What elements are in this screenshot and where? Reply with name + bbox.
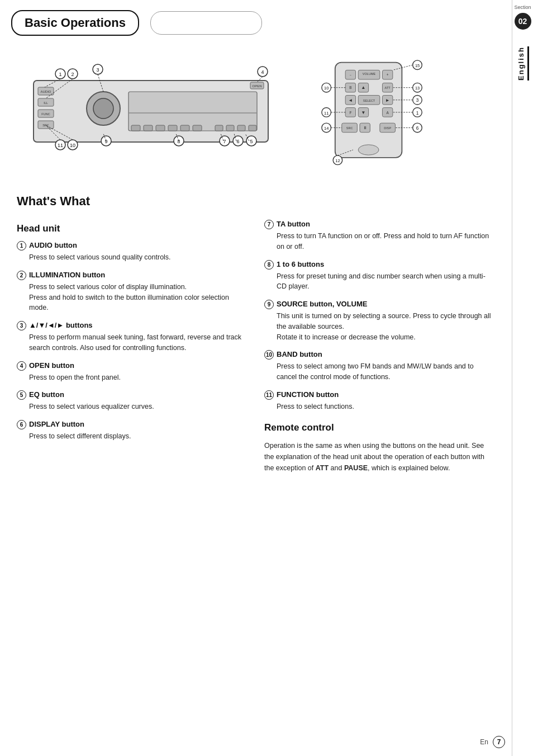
list-item: 11 FUNCTION button Press to select funct…	[264, 390, 495, 412]
item-label: SOURCE button, VOLUME	[277, 300, 368, 308]
svg-text:10: 10	[70, 143, 75, 148]
list-item: 9 SOURCE button, VOLUME This unit is tur…	[264, 300, 495, 342]
svg-text:11: 11	[58, 143, 63, 148]
svg-text:2: 2	[71, 72, 74, 77]
item-title: 5 EQ button	[17, 390, 248, 400]
svg-rect-11	[237, 125, 245, 131]
svg-text:◄: ◄	[348, 98, 353, 103]
item-description: Press to select functions.	[264, 401, 495, 412]
svg-text:ATT: ATT	[385, 86, 391, 89]
svg-text:▲: ▲	[361, 85, 365, 90]
page-number: 7	[493, 736, 505, 748]
remote-control-subtitle: Remote control	[264, 422, 495, 433]
english-label: English	[517, 46, 529, 81]
svg-rect-4	[144, 125, 153, 131]
item-description: Press to select among two FM bands and M…	[264, 361, 495, 382]
item-number: 2	[17, 271, 26, 280]
svg-text:FUNC: FUNC	[41, 112, 50, 116]
svg-text:15: 15	[415, 63, 420, 68]
svg-text:6: 6	[236, 139, 239, 144]
item-description: Press to open the front panel.	[17, 372, 248, 383]
svg-text:6: 6	[416, 126, 419, 131]
section-label: Section	[514, 0, 531, 11]
item-title: 7 TA button	[264, 220, 495, 229]
list-item: 6 DISPLAY button Press to select differe…	[17, 420, 248, 442]
list-item: 8 1 to 6 buttons Press for preset tuning…	[264, 260, 495, 292]
item-description: Press for preset tuning and disc number …	[264, 271, 495, 292]
item-number: 3	[17, 321, 26, 330]
item-title: 1 AUDIO button	[17, 241, 248, 251]
whats-what-title: What's What	[17, 194, 495, 209]
device-area: AUDIO ILL FUNC SRC OPEN 1 2	[11, 47, 501, 177]
item-label: OPEN button	[29, 361, 74, 370]
head-unit-diagram: AUDIO ILL FUNC SRC OPEN 1 2	[17, 47, 285, 159]
item-number: 5	[17, 390, 26, 400]
list-item: 1 AUDIO button Press to select various s…	[17, 241, 248, 263]
item-number: 7	[264, 220, 274, 229]
svg-text:13: 13	[415, 86, 420, 91]
list-item: 10 BAND button Press to select among two…	[264, 350, 495, 382]
item-number: 11	[264, 390, 274, 400]
item-label: TA button	[277, 220, 310, 228]
header-pill	[150, 11, 262, 35]
item-number: 10	[264, 350, 274, 360]
svg-rect-12	[249, 125, 256, 131]
svg-text:5: 5	[250, 139, 253, 144]
svg-text:►: ►	[386, 98, 390, 103]
svg-text:11: 11	[324, 111, 329, 116]
footer: En 7	[480, 736, 505, 748]
item-number: 9	[264, 300, 274, 309]
item-title: 3 ▲/▼/◄/► buttons	[17, 321, 248, 330]
svg-text:OPEN: OPEN	[252, 84, 261, 88]
item-number: 1	[17, 241, 26, 251]
svg-text:14: 14	[324, 126, 329, 131]
list-item: 4 OPEN button Press to open the front pa…	[17, 361, 248, 383]
svg-text:B: B	[349, 86, 351, 89]
item-description: Press to select different displays.	[17, 431, 248, 442]
page-title: Basic Operations	[11, 10, 139, 36]
svg-text:SRC: SRC	[346, 126, 353, 130]
item-title: 2 ILLUMINATION button	[17, 271, 248, 280]
item-label: ILLUMINATION button	[29, 271, 105, 279]
item-title: 8 1 to 6 buttons	[264, 260, 495, 270]
svg-text:F: F	[349, 111, 351, 115]
item-title: 4 OPEN button	[17, 361, 248, 371]
remote-diagram: − VOLUME + B ▲ ATT ◄ SELECT ►	[302, 47, 495, 177]
svg-point-89	[358, 145, 379, 155]
right-column: 7 TA button Press to turn TA function on…	[264, 220, 495, 474]
svg-text:3: 3	[416, 98, 419, 103]
svg-text:9: 9	[104, 139, 107, 144]
footer-en-label: En	[480, 738, 488, 746]
list-item: 5 EQ button Press to select various equa…	[17, 390, 248, 412]
svg-text:A: A	[386, 111, 389, 115]
item-label: BAND button	[277, 350, 322, 358]
item-description: Press to turn TA function on or off. Pre…	[264, 231, 495, 252]
item-description: Press to select various sound quality co…	[17, 252, 248, 263]
item-label: EQ button	[29, 390, 64, 399]
item-description: Press to select various color of display…	[17, 282, 248, 313]
svg-text:VOLUME: VOLUME	[363, 72, 376, 75]
right-sidebar: Section 02 English	[512, 0, 533, 756]
whats-what-section: What's What Head unit 1 AUDIO button Pre…	[11, 188, 501, 474]
main-content: Basic Operations	[0, 0, 512, 474]
item-title: 10 BAND button	[264, 350, 495, 360]
left-column: Head unit 1 AUDIO button Press to select…	[17, 220, 248, 474]
svg-rect-10	[226, 125, 234, 131]
svg-rect-8	[193, 125, 202, 131]
svg-text:⏸: ⏸	[363, 125, 367, 130]
svg-rect-5	[156, 125, 165, 131]
list-item: 2 ILLUMINATION button Press to select va…	[17, 271, 248, 313]
svg-text:8: 8	[177, 139, 180, 144]
item-number: 4	[17, 361, 26, 371]
svg-text:−: −	[350, 73, 351, 77]
svg-text:ILL: ILL	[44, 101, 48, 105]
item-description: Press to perform manual seek tuning, fas…	[17, 332, 248, 353]
svg-point-22	[93, 98, 113, 119]
svg-text:+: +	[387, 73, 389, 77]
svg-text:7: 7	[223, 139, 226, 144]
svg-rect-3	[131, 125, 140, 131]
item-number: 6	[17, 420, 26, 429]
svg-text:▼: ▼	[361, 110, 365, 115]
item-label: 1 to 6 buttons	[277, 260, 324, 268]
two-col-layout: Head unit 1 AUDIO button Press to select…	[17, 220, 495, 474]
